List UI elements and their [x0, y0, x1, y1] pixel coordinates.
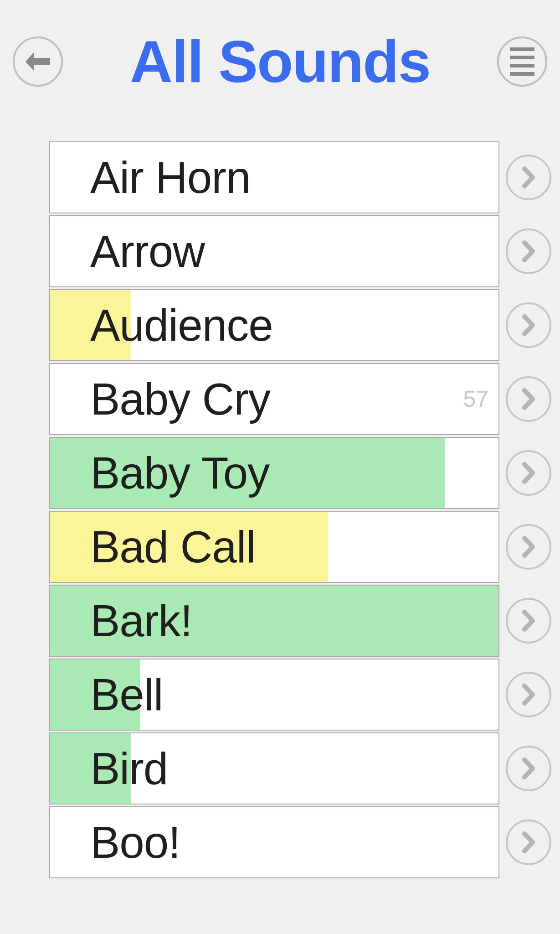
detail-button[interactable] [506, 302, 551, 348]
sound-cell[interactable]: Baby Toy [49, 437, 499, 509]
menu-icon [510, 47, 534, 76]
detail-button[interactable] [506, 598, 551, 643]
detail-button[interactable] [506, 746, 551, 791]
chevron-right-icon [521, 314, 536, 337]
sound-cell[interactable]: Baby Cry57 [49, 363, 499, 435]
chevron-right-icon [521, 535, 536, 558]
sound-label: Bell [90, 669, 163, 721]
list-item: Arrow [0, 215, 560, 287]
chevron-right-icon [521, 757, 536, 780]
list-item: Bad Call [0, 511, 560, 583]
detail-button[interactable] [506, 376, 551, 422]
list-item: Audience [0, 289, 560, 361]
sound-label: Arrow [90, 226, 205, 277]
detail-button[interactable] [506, 672, 551, 717]
chevron-right-icon [521, 831, 536, 854]
app-root: All Sounds Air HornArrowAudienceBaby Cry… [0, 0, 560, 934]
list-item: Bell [0, 659, 560, 731]
back-arrow-icon [24, 51, 52, 73]
menu-button[interactable] [497, 36, 547, 87]
list-item: Baby Toy [0, 437, 560, 509]
chevron-right-icon [521, 609, 536, 632]
sound-cell[interactable]: Bad Call [49, 511, 499, 583]
sound-cell[interactable]: Bark! [49, 585, 499, 657]
detail-button[interactable] [506, 820, 551, 865]
sound-label: Bad Call [90, 521, 255, 573]
detail-button[interactable] [506, 524, 551, 570]
page-title: All Sounds [63, 27, 497, 96]
sound-label: Air Horn [90, 152, 250, 203]
detail-button[interactable] [506, 155, 551, 200]
list-item: Air Horn [0, 141, 560, 213]
sound-cell[interactable]: Air Horn [49, 141, 499, 213]
back-button[interactable] [13, 36, 63, 87]
count-badge: 57 [463, 386, 488, 412]
sound-cell[interactable]: Arrow [49, 215, 499, 287]
sound-cell[interactable]: Boo! [49, 806, 499, 878]
detail-button[interactable] [506, 228, 551, 274]
sound-label: Audience [90, 300, 273, 351]
list-item: Baby Cry57 [0, 363, 560, 435]
sound-cell[interactable]: Audience [49, 289, 499, 361]
list-item: Boo! [0, 806, 560, 878]
sound-cell[interactable]: Bird [49, 732, 499, 804]
chevron-right-icon [521, 166, 536, 189]
sound-label: Bark! [90, 595, 192, 647]
sound-label: Bird [90, 743, 168, 794]
list-item: Bird [0, 732, 560, 804]
sound-label: Boo! [90, 817, 180, 868]
sound-list: Air HornArrowAudienceBaby Cry57Baby ToyB… [0, 141, 560, 934]
chevron-right-icon [521, 240, 536, 263]
sound-cell[interactable]: Bell [49, 659, 499, 731]
list-item: Bark! [0, 585, 560, 657]
sound-label: Baby Toy [90, 447, 269, 499]
chevron-right-icon [521, 683, 536, 706]
detail-button[interactable] [506, 450, 551, 496]
sound-label: Baby Cry [90, 374, 270, 425]
header: All Sounds [0, 0, 560, 109]
chevron-right-icon [521, 462, 536, 484]
chevron-right-icon [521, 388, 536, 410]
